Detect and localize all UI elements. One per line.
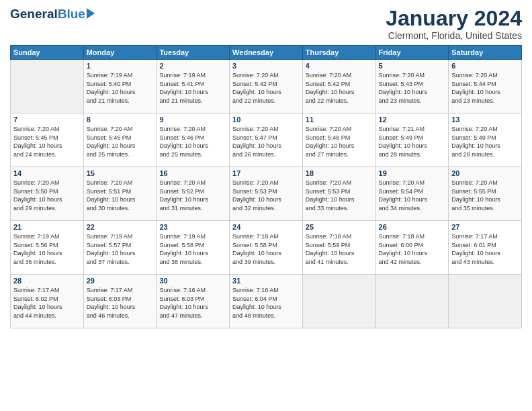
- day-cell: 15Sunrise: 7:20 AM Sunset: 5:51 PM Dayli…: [83, 167, 157, 221]
- day-cell: 29Sunrise: 7:17 AM Sunset: 6:03 PM Dayli…: [83, 275, 157, 328]
- day-number: 17: [232, 169, 300, 177]
- day-info: Sunrise: 7:18 AM Sunset: 6:00 PM Dayligh…: [379, 232, 446, 266]
- day-cell: 24Sunrise: 7:18 AM Sunset: 5:58 PM Dayli…: [230, 221, 303, 275]
- day-info: Sunrise: 7:20 AM Sunset: 5:46 PM Dayligh…: [159, 125, 226, 158]
- day-number: 12: [379, 116, 446, 124]
- day-number: 8: [87, 116, 154, 124]
- day-cell: 18Sunrise: 7:20 AM Sunset: 5:53 PM Dayli…: [302, 167, 375, 221]
- day-cell: 20Sunrise: 7:20 AM Sunset: 5:55 PM Dayli…: [449, 167, 522, 221]
- day-cell: 30Sunrise: 7:16 AM Sunset: 6:03 PM Dayli…: [157, 275, 230, 328]
- day-cell: 12Sunrise: 7:21 AM Sunset: 5:49 PM Dayli…: [375, 113, 449, 167]
- weekday-header-row: SundayMondayTuesdayWednesdayThursdayFrid…: [11, 46, 522, 60]
- week-row-5: 28Sunrise: 7:17 AM Sunset: 6:02 PM Dayli…: [11, 275, 522, 328]
- logo: GeneralBlue: [10, 7, 95, 21]
- weekday-header-wednesday: Wednesday: [230, 46, 303, 60]
- calendar-table: SundayMondayTuesdayWednesdayThursdayFrid…: [10, 45, 522, 328]
- day-info: Sunrise: 7:20 AM Sunset: 5:44 PM Dayligh…: [451, 71, 519, 105]
- day-info: Sunrise: 7:20 AM Sunset: 5:54 PM Dayligh…: [379, 179, 446, 212]
- day-number: 11: [306, 116, 373, 124]
- day-cell: 22Sunrise: 7:19 AM Sunset: 5:57 PM Dayli…: [83, 221, 157, 275]
- day-number: 29: [87, 277, 154, 285]
- day-info: Sunrise: 7:21 AM Sunset: 5:49 PM Dayligh…: [379, 125, 446, 158]
- day-number: 27: [451, 223, 519, 231]
- title-block: January 2024 Clermont, Florida, United S…: [386, 7, 522, 41]
- day-cell: 28Sunrise: 7:17 AM Sunset: 6:02 PM Dayli…: [11, 275, 84, 328]
- day-number: 7: [13, 116, 81, 124]
- day-number: 25: [306, 223, 373, 231]
- day-number: 20: [451, 169, 519, 177]
- day-info: Sunrise: 7:18 AM Sunset: 5:59 PM Dayligh…: [306, 232, 373, 266]
- day-info: Sunrise: 7:17 AM Sunset: 6:02 PM Dayligh…: [13, 286, 81, 320]
- day-number: 22: [87, 223, 154, 231]
- day-cell: 19Sunrise: 7:20 AM Sunset: 5:54 PM Dayli…: [375, 167, 449, 221]
- day-number: 30: [159, 277, 226, 285]
- day-number: 13: [451, 116, 519, 124]
- day-info: Sunrise: 7:20 AM Sunset: 5:48 PM Dayligh…: [306, 125, 373, 158]
- day-info: Sunrise: 7:20 AM Sunset: 5:50 PM Dayligh…: [13, 179, 81, 212]
- calendar-title: January 2024: [386, 7, 522, 30]
- day-info: Sunrise: 7:20 AM Sunset: 5:42 PM Dayligh…: [232, 71, 300, 105]
- day-info: Sunrise: 7:19 AM Sunset: 5:57 PM Dayligh…: [87, 232, 154, 266]
- day-cell: 26Sunrise: 7:18 AM Sunset: 6:00 PM Dayli…: [375, 221, 449, 275]
- day-info: Sunrise: 7:20 AM Sunset: 5:43 PM Dayligh…: [379, 71, 446, 105]
- day-cell: 3Sunrise: 7:20 AM Sunset: 5:42 PM Daylig…: [230, 60, 303, 113]
- logo-arrow-icon: [87, 8, 95, 19]
- day-cell: 17Sunrise: 7:20 AM Sunset: 5:53 PM Dayli…: [230, 167, 303, 221]
- day-info: Sunrise: 7:20 AM Sunset: 5:42 PM Dayligh…: [306, 71, 373, 105]
- calendar-subtitle: Clermont, Florida, United States: [386, 30, 522, 41]
- day-cell: 27Sunrise: 7:17 AM Sunset: 6:01 PM Dayli…: [449, 221, 522, 275]
- week-row-4: 21Sunrise: 7:19 AM Sunset: 5:56 PM Dayli…: [11, 221, 522, 275]
- day-number: 24: [232, 223, 300, 231]
- day-cell: 31Sunrise: 7:16 AM Sunset: 6:04 PM Dayli…: [230, 275, 303, 328]
- day-cell: 16Sunrise: 7:20 AM Sunset: 5:52 PM Dayli…: [157, 167, 230, 221]
- weekday-header-monday: Monday: [83, 46, 157, 60]
- week-row-3: 14Sunrise: 7:20 AM Sunset: 5:50 PM Dayli…: [11, 167, 522, 221]
- day-info: Sunrise: 7:20 AM Sunset: 5:51 PM Dayligh…: [87, 179, 154, 212]
- header: GeneralBlue January 2024 Clermont, Flori…: [10, 7, 522, 41]
- day-cell: 14Sunrise: 7:20 AM Sunset: 5:50 PM Dayli…: [11, 167, 84, 221]
- day-cell: 7Sunrise: 7:20 AM Sunset: 5:45 PM Daylig…: [11, 113, 84, 167]
- day-cell: 1Sunrise: 7:19 AM Sunset: 5:40 PM Daylig…: [83, 60, 157, 113]
- logo-blue: Blue: [58, 7, 85, 21]
- week-row-1: 1Sunrise: 7:19 AM Sunset: 5:40 PM Daylig…: [11, 60, 522, 113]
- day-cell: 21Sunrise: 7:19 AM Sunset: 5:56 PM Dayli…: [11, 221, 84, 275]
- weekday-header-sunday: Sunday: [11, 46, 84, 60]
- day-cell: 6Sunrise: 7:20 AM Sunset: 5:44 PM Daylig…: [449, 60, 522, 113]
- day-number: 5: [379, 62, 446, 70]
- day-cell: 2Sunrise: 7:19 AM Sunset: 5:41 PM Daylig…: [157, 60, 230, 113]
- day-cell: 11Sunrise: 7:20 AM Sunset: 5:48 PM Dayli…: [302, 113, 375, 167]
- day-cell: [302, 275, 375, 328]
- day-info: Sunrise: 7:20 AM Sunset: 5:53 PM Dayligh…: [306, 179, 373, 212]
- day-info: Sunrise: 7:17 AM Sunset: 6:03 PM Dayligh…: [87, 286, 154, 320]
- day-cell: [375, 275, 449, 328]
- day-info: Sunrise: 7:19 AM Sunset: 5:40 PM Dayligh…: [87, 71, 154, 105]
- day-cell: 8Sunrise: 7:20 AM Sunset: 5:45 PM Daylig…: [83, 113, 157, 167]
- week-row-2: 7Sunrise: 7:20 AM Sunset: 5:45 PM Daylig…: [11, 113, 522, 167]
- day-number: 15: [87, 169, 154, 177]
- day-number: 28: [13, 277, 81, 285]
- day-number: 21: [13, 223, 81, 231]
- day-cell: 4Sunrise: 7:20 AM Sunset: 5:42 PM Daylig…: [302, 60, 375, 113]
- weekday-header-saturday: Saturday: [449, 46, 522, 60]
- day-number: 4: [306, 62, 373, 70]
- day-number: 23: [159, 223, 226, 231]
- day-cell: 5Sunrise: 7:20 AM Sunset: 5:43 PM Daylig…: [375, 60, 449, 113]
- day-info: Sunrise: 7:17 AM Sunset: 6:01 PM Dayligh…: [451, 232, 519, 266]
- day-cell: [11, 60, 84, 113]
- day-info: Sunrise: 7:20 AM Sunset: 5:45 PM Dayligh…: [13, 125, 81, 158]
- day-number: 3: [232, 62, 300, 70]
- logo-general: General: [10, 7, 58, 21]
- day-number: 18: [306, 169, 373, 177]
- day-info: Sunrise: 7:19 AM Sunset: 5:56 PM Dayligh…: [13, 232, 81, 266]
- day-number: 19: [379, 169, 446, 177]
- day-info: Sunrise: 7:19 AM Sunset: 5:58 PM Dayligh…: [159, 232, 226, 266]
- weekday-header-tuesday: Tuesday: [157, 46, 230, 60]
- day-number: 26: [379, 223, 446, 231]
- day-cell: [449, 275, 522, 328]
- day-number: 31: [232, 277, 300, 285]
- day-info: Sunrise: 7:20 AM Sunset: 5:49 PM Dayligh…: [451, 125, 519, 158]
- day-info: Sunrise: 7:19 AM Sunset: 5:41 PM Dayligh…: [159, 71, 226, 105]
- day-cell: 9Sunrise: 7:20 AM Sunset: 5:46 PM Daylig…: [157, 113, 230, 167]
- day-info: Sunrise: 7:20 AM Sunset: 5:53 PM Dayligh…: [232, 179, 300, 212]
- day-number: 14: [13, 169, 81, 177]
